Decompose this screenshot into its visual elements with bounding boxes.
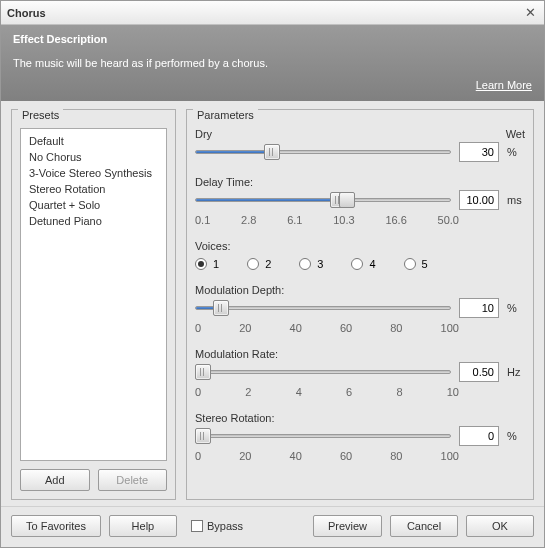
stereo-label: Stereo Rotation: [195, 412, 275, 424]
presets-title: Presets [18, 109, 63, 121]
mod-depth-slider[interactable] [195, 299, 451, 317]
dry-wet-unit: % [507, 146, 525, 158]
delay-unit: ms [507, 194, 525, 206]
mod-rate-label: Modulation Rate: [195, 348, 278, 360]
delete-button[interactable]: Delete [98, 469, 168, 491]
description-text: The music will be heard as if performed … [13, 57, 532, 69]
delay-input[interactable] [459, 190, 499, 210]
voices-radio-group: 1 2 3 4 5 [195, 258, 525, 270]
dry-label: Dry [195, 128, 212, 140]
mod-rate-unit: Hz [507, 366, 525, 378]
delay-label: Delay Time: [195, 176, 253, 188]
presets-panel: Presets Default No Chorus 3-Voice Stereo… [11, 109, 176, 500]
stereo-unit: % [507, 430, 525, 442]
radio-icon [299, 258, 311, 270]
cancel-button[interactable]: Cancel [390, 515, 458, 537]
parameters-title: Parameters [193, 109, 258, 121]
preview-button[interactable]: Preview [313, 515, 382, 537]
effect-description: Effect Description The music will be hea… [1, 25, 544, 101]
radio-icon [195, 258, 207, 270]
titlebar: Chorus ✕ [1, 1, 544, 25]
help-button[interactable]: Help [109, 515, 177, 537]
parameters-panel: Parameters Dry Wet % Delay Time: [186, 109, 534, 500]
preset-item[interactable]: 3-Voice Stereo Synthesis [23, 165, 164, 181]
close-icon[interactable]: ✕ [522, 5, 538, 21]
preset-item[interactable]: Default [23, 133, 164, 149]
mod-rate-slider[interactable] [195, 363, 451, 381]
voices-label: Voices: [195, 240, 230, 252]
wet-label: Wet [506, 128, 525, 140]
add-button[interactable]: Add [20, 469, 90, 491]
voices-option-2[interactable]: 2 [247, 258, 271, 270]
stereo-slider[interactable] [195, 427, 451, 445]
dry-wet-slider[interactable] [195, 143, 451, 161]
stereo-input[interactable] [459, 426, 499, 446]
mod-depth-unit: % [507, 302, 525, 314]
learn-more-link[interactable]: Learn More [476, 79, 532, 91]
radio-icon [247, 258, 259, 270]
dialog-title: Chorus [7, 7, 522, 19]
preset-item[interactable]: Stereo Rotation [23, 181, 164, 197]
voices-option-3[interactable]: 3 [299, 258, 323, 270]
bypass-checkbox[interactable]: Bypass [191, 520, 243, 532]
footer: To Favorites Help Bypass Preview Cancel … [1, 506, 544, 547]
chorus-dialog: Chorus ✕ Effect Description The music wi… [0, 0, 545, 548]
delay-slider[interactable] [195, 191, 451, 209]
preset-item[interactable]: No Chorus [23, 149, 164, 165]
ok-button[interactable]: OK [466, 515, 534, 537]
description-heading: Effect Description [13, 33, 532, 45]
preset-item[interactable]: Quartet + Solo [23, 197, 164, 213]
mod-rate-input[interactable] [459, 362, 499, 382]
mod-depth-label: Modulation Depth: [195, 284, 284, 296]
voices-option-5[interactable]: 5 [404, 258, 428, 270]
preset-item[interactable]: Detuned Piano [23, 213, 164, 229]
radio-icon [351, 258, 363, 270]
to-favorites-button[interactable]: To Favorites [11, 515, 101, 537]
voices-option-1[interactable]: 1 [195, 258, 219, 270]
mod-depth-input[interactable] [459, 298, 499, 318]
voices-option-4[interactable]: 4 [351, 258, 375, 270]
presets-list[interactable]: Default No Chorus 3-Voice Stereo Synthes… [20, 128, 167, 461]
radio-icon [404, 258, 416, 270]
dry-wet-input[interactable] [459, 142, 499, 162]
checkbox-icon [191, 520, 203, 532]
